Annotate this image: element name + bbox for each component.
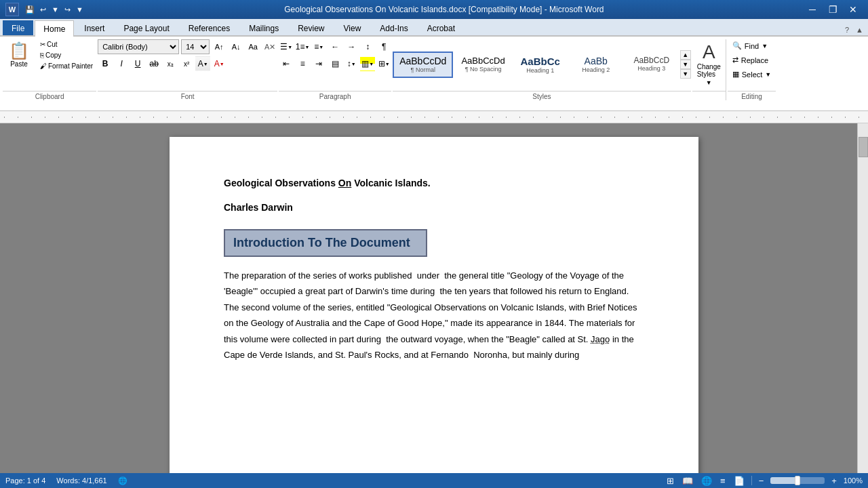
increase-indent-button[interactable]: →	[344, 39, 359, 54]
save-button[interactable]: 💾	[23, 4, 37, 16]
para-row1: ☰▼ 1≡▼ ≡▼ ← → ↕ ¶	[279, 39, 391, 54]
style-nospacing-preview: AaBbCcDd	[461, 56, 505, 66]
sort-button[interactable]: ↕	[360, 39, 375, 54]
find-arrow: ▼	[762, 43, 768, 49]
tab-home[interactable]: Home	[35, 20, 74, 37]
scrollbar-thumb[interactable]	[859, 137, 868, 157]
show-hide-button[interactable]: ¶	[376, 39, 391, 54]
tab-review[interactable]: Review	[289, 20, 333, 35]
font-color-button[interactable]: A▼	[212, 56, 226, 71]
align-right-button[interactable]: ⇥	[311, 56, 326, 71]
paragraph-label: Paragraph	[279, 91, 391, 100]
tab-add-ins[interactable]: Add-Ins	[371, 20, 416, 35]
language-indicator: 🌐	[118, 476, 127, 485]
numbering-button[interactable]: 1≡▼	[295, 39, 310, 54]
undo-button[interactable]: ↩	[38, 4, 48, 16]
quick-access-toolbar: 💾 ↩ ▼ ↪ ▼	[23, 4, 85, 16]
zoom-out-button[interactable]: −	[757, 474, 766, 485]
center-button[interactable]: ≡	[295, 56, 310, 71]
style-heading1[interactable]: AaBbCc Heading 1	[513, 52, 568, 78]
tab-references[interactable]: References	[180, 20, 239, 35]
style-h1-preview: AaBbCc	[520, 56, 561, 67]
change-case-button[interactable]: Aa	[245, 39, 260, 54]
underline-button[interactable]: U	[130, 56, 145, 71]
bold-button[interactable]: B	[98, 56, 113, 71]
styles-scroll-up[interactable]: ▲	[680, 50, 691, 60]
style-heading3[interactable]: AaBbCcD Heading 3	[625, 52, 679, 78]
change-styles-arrow: ▼	[706, 79, 712, 86]
view-full-reading[interactable]: 📖	[681, 474, 694, 485]
styles-more[interactable]: ▼	[680, 69, 691, 79]
subscript-button[interactable]: x₂	[163, 56, 178, 71]
styles-group: AaBbCcDd ¶ Normal AaBbCcDd ¶ No Spacing …	[393, 39, 691, 100]
ruler-marks	[4, 117, 864, 118]
replace-button[interactable]: ⇄ Replace	[728, 54, 776, 66]
flagged-word-jago: Jago	[591, 334, 610, 344]
shrink-font-button[interactable]: A↓	[229, 39, 243, 54]
clear-format-button[interactable]: A✕	[262, 39, 277, 54]
view-web-layout[interactable]: 🌐	[700, 474, 713, 485]
view-outline[interactable]: ≡	[719, 474, 727, 485]
styles-scroll-down[interactable]: ▼	[680, 60, 691, 69]
redo-button[interactable]: ↪	[62, 4, 73, 16]
style-h2-label: Heading 2	[576, 66, 616, 73]
style-heading2[interactable]: AaBb Heading 2	[569, 52, 623, 78]
select-button[interactable]: ▦ Select ▼	[728, 68, 776, 81]
grow-font-button[interactable]: A↑	[212, 39, 226, 54]
align-left-button[interactable]: ⇤	[279, 56, 294, 71]
select-label: Select	[742, 70, 763, 79]
ribbon-content: 📋 Paste ✂ Cut ⎘ Copy 🖌	[3, 39, 865, 100]
superscript-button[interactable]: x²	[179, 56, 194, 71]
vertical-scrollbar[interactable]	[857, 123, 868, 484]
strikethrough-button[interactable]: ab	[146, 56, 161, 71]
change-styles-label: ChangeStyles	[697, 63, 721, 78]
tab-insert[interactable]: Insert	[75, 20, 113, 35]
paste-button[interactable]: 📋 Paste	[3, 39, 35, 71]
style-normal-label: ¶ Normal	[399, 66, 446, 73]
font-area: Calibri (Body) 14 A↑ A↓ Aa A✕ B I U	[98, 39, 277, 71]
italic-button[interactable]: I	[114, 56, 129, 71]
font-name-select[interactable]: Calibri (Body)	[98, 39, 179, 54]
undo-dropdown[interactable]: ▼	[50, 4, 61, 15]
zoom-slider[interactable]	[770, 477, 825, 484]
ribbon-tabs: File Home Insert Page Layout References …	[0, 19, 868, 37]
tab-acrobat[interactable]: Acrobat	[418, 20, 464, 35]
cut-button[interactable]: ✂ Cut	[37, 39, 96, 49]
find-button[interactable]: 🔍 Find ▼	[728, 39, 776, 52]
document-heading[interactable]: Introduction To The Document	[224, 229, 427, 257]
word-count: Words: 4/1,661	[56, 476, 106, 484]
tab-view[interactable]: View	[335, 20, 370, 35]
highlight-color-button[interactable]: A▼	[195, 56, 210, 71]
justify-button[interactable]: ▤	[328, 56, 342, 71]
document-container[interactable]: Geological Observations On Volcanic Isla…	[0, 123, 868, 484]
view-print-layout[interactable]: ⊞	[665, 474, 675, 485]
format-painter-button[interactable]: 🖌 Format Painter	[37, 61, 96, 71]
clipboard-sub: ✂ Cut ⎘ Copy 🖌 Format Painter	[37, 39, 96, 71]
bullets-button[interactable]: ☰▼	[279, 39, 294, 54]
style-no-spacing[interactable]: AaBbCcDd ¶ No Spacing	[454, 52, 511, 78]
restore-button[interactable]: ❐	[823, 2, 842, 17]
borders-button[interactable]: ⊞▼	[376, 56, 391, 71]
minimize-ribbon-button[interactable]: ▲	[854, 24, 865, 35]
more-button[interactable]: ▼	[74, 4, 85, 15]
tab-file[interactable]: File	[3, 20, 33, 35]
view-draft[interactable]: 📄	[732, 474, 746, 485]
line-spacing-button[interactable]: ↕▼	[344, 56, 359, 71]
shading-button[interactable]: ▥▼	[360, 56, 375, 71]
font-size-select[interactable]: 14	[181, 39, 210, 54]
style-h3-preview: AaBbCcD	[631, 56, 672, 65]
decrease-indent-button[interactable]: ←	[328, 39, 342, 54]
help-button[interactable]: ?	[843, 24, 851, 35]
tab-mailings[interactable]: Mailings	[240, 20, 288, 35]
zoom-in-button[interactable]: +	[830, 474, 838, 485]
zoom-slider-handle[interactable]	[795, 476, 800, 484]
minimize-button[interactable]: ─	[803, 2, 822, 17]
change-styles-button[interactable]: A ChangeStyles ▼	[692, 39, 726, 89]
editing-group: 🔍 Find ▼ ⇄ Replace ▦ Select ▼ Editing	[728, 39, 776, 100]
ruler	[0, 111, 868, 123]
tab-page-layout[interactable]: Page Layout	[115, 20, 178, 35]
multilevel-button[interactable]: ≡▼	[311, 39, 326, 54]
style-normal[interactable]: AaBbCcDd ¶ Normal	[393, 52, 453, 78]
copy-button[interactable]: ⎘ Copy	[37, 50, 96, 60]
close-button[interactable]: ✕	[844, 2, 863, 17]
